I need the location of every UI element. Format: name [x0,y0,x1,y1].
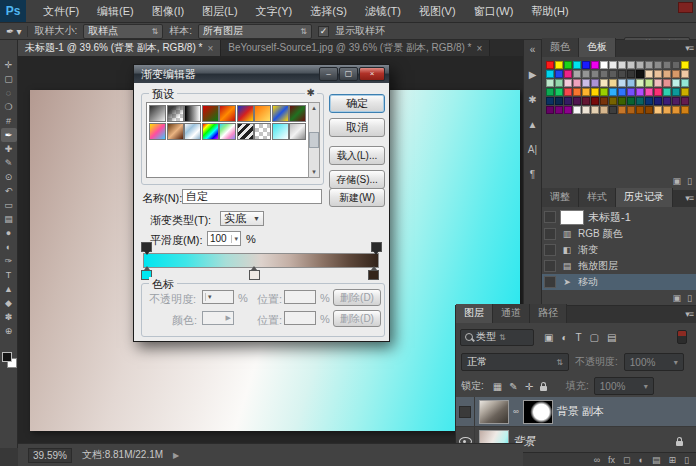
panel-menu-icon[interactable]: ▾≡ [685,193,693,203]
clone-stamp-tool-icon[interactable]: ⊙ [1,170,17,184]
presets-scrollbar[interactable]: ▴ ▾ [308,102,320,178]
gradient-preset[interactable] [237,123,254,140]
gradient-type-select[interactable]: 实底 ▼ [220,211,264,226]
ok-button[interactable]: 确定 [329,94,385,113]
gradient-preset[interactable] [184,123,201,140]
color-swatch[interactable] [627,61,635,69]
new-button[interactable]: 新建(W) [329,188,385,207]
crop-tool-icon[interactable]: # [1,114,17,128]
layer-filter-select[interactable]: 类型 ⇅ [460,329,534,346]
color-swatch[interactable] [609,61,617,69]
trash-icon[interactable]: ▯ [687,293,692,303]
color-swatch[interactable] [573,97,581,105]
tab-paths[interactable]: 路径 [530,304,567,323]
foreground-color-swatch[interactable] [2,352,12,362]
color-swatch[interactable] [663,70,671,78]
color-swatch[interactable] [600,88,608,96]
fill-select[interactable]: 100% ▾ [594,377,654,395]
gradient-preset[interactable] [272,105,289,122]
color-swatch[interactable] [645,70,653,78]
gradient-preset[interactable] [272,123,289,140]
color-swatch[interactable] [654,88,662,96]
color-swatch[interactable] [600,61,608,69]
color-swatch[interactable] [573,88,581,96]
link-layers-icon[interactable]: ∞ [594,455,600,465]
filter-pixel-layers-icon[interactable]: ▣ [544,332,553,343]
history-brush-tool-icon[interactable]: ↶ [1,184,17,198]
color-swatch[interactable] [591,61,599,69]
color-swatch[interactable] [591,88,599,96]
color-swatch[interactable] [618,70,626,78]
color-swatch[interactable] [600,106,608,114]
color-swatch[interactable] [609,106,617,114]
menu-select[interactable]: 选择(S) [301,1,356,22]
eyedropper-tool-icon[interactable]: ✒ [1,128,17,142]
color-swatch[interactable] [654,106,662,114]
paragraph-panel-icon[interactable]: ¶ [530,169,535,180]
filter-smart-objects-icon[interactable]: ▤ [607,332,616,343]
color-swatch[interactable] [618,61,626,69]
color-swatch[interactable] [591,106,599,114]
window-close-button[interactable] [678,2,693,13]
menu-help[interactable]: 帮助(H) [522,1,577,22]
color-swatch[interactable] [618,79,626,87]
color-swatch[interactable] [555,61,563,69]
gradient-preset[interactable] [219,105,236,122]
color-swatch[interactable] [663,97,671,105]
lock-all-icon[interactable] [540,386,547,391]
blur-tool-icon[interactable]: ● [1,226,17,240]
history-source-toggle[interactable] [544,228,556,240]
color-swatch[interactable] [564,61,572,69]
gradient-preset[interactable] [184,105,201,122]
color-swatch[interactable] [555,106,563,114]
collapse-panels-icon[interactable]: « [530,44,536,55]
dodge-tool-icon[interactable]: ◐ [1,240,17,254]
history-step[interactable]: ▤拖放图层 [542,258,696,274]
history-source-toggle[interactable] [544,276,556,288]
add-mask-icon[interactable]: ◻ [623,455,630,465]
color-swatch[interactable] [672,70,680,78]
color-swatch[interactable] [681,88,689,96]
color-swatch[interactable] [555,79,563,87]
scroll-up-icon[interactable]: ▴ [312,104,316,112]
pen-tool-icon[interactable]: ✑ [1,254,17,268]
color-swatch[interactable] [609,97,617,105]
lasso-tool-icon[interactable]: ◌ [1,86,17,100]
menu-view[interactable]: 视图(V) [410,1,465,22]
lock-transparency-icon[interactable]: ▦ [493,381,502,392]
color-swatch[interactable] [546,97,554,105]
color-swatch[interactable] [573,106,581,114]
marquee-tool-icon[interactable]: ▢ [1,72,17,86]
color-swatch[interactable] [582,88,590,96]
new-swatch-icon[interactable]: ▣ [673,176,682,186]
color-swatch[interactable] [609,79,617,87]
minimize-icon[interactable]: – [319,67,338,81]
gear-icon[interactable]: ✱ [305,87,317,98]
color-swatch[interactable] [645,97,653,105]
color-swatch[interactable] [663,88,671,96]
color-swatch[interactable] [645,61,653,69]
tab-swatches[interactable]: 色板 [579,38,616,57]
color-swatch[interactable] [609,88,617,96]
color-swatch[interactable] [627,70,635,78]
history-source-toggle[interactable] [544,244,556,256]
color-swatch[interactable] [627,88,635,96]
color-swatch[interactable] [582,61,590,69]
type-tool-icon[interactable]: T [1,268,17,282]
name-input[interactable]: 自定 [182,189,322,204]
hand-tool-icon[interactable]: ✽ [1,310,17,324]
color-swatch[interactable] [546,106,554,114]
active-tool-chip[interactable]: ✒ ▾ [6,26,28,37]
panel-menu-icon[interactable]: ▾≡ [685,309,693,319]
gradient-preset[interactable] [149,123,166,140]
color-swatch[interactable] [591,97,599,105]
smoothness-input[interactable]: 100 ▾ [207,231,241,246]
document-tab[interactable]: BeYourself-Source1.jpg @ 39.6% (背景 副本, R… [221,40,490,56]
save-button[interactable]: 存储(S)... [329,170,385,189]
color-swatch[interactable] [618,97,626,105]
adjustment-layer-icon[interactable]: ◐ [639,455,644,465]
new-layer-icon[interactable]: ⊞ [669,455,677,465]
color-stop[interactable] [249,270,260,280]
gradient-preview-bar[interactable] [143,253,379,268]
dialog-title-bar[interactable]: 渐变编辑器 – ▢ × [134,65,389,83]
